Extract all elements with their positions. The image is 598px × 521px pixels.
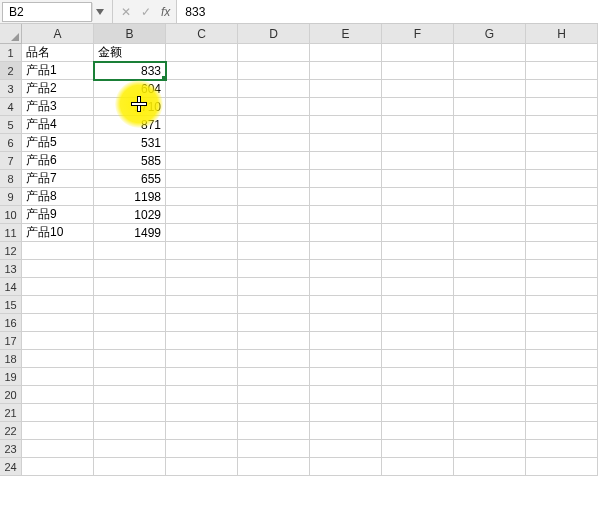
row-header[interactable]: 9 bbox=[0, 188, 22, 206]
row-header[interactable]: 10 bbox=[0, 206, 22, 224]
cell[interactable] bbox=[454, 98, 526, 116]
cell[interactable] bbox=[22, 278, 94, 296]
cell[interactable] bbox=[238, 422, 310, 440]
row-header[interactable]: 17 bbox=[0, 332, 22, 350]
cell[interactable] bbox=[382, 422, 454, 440]
cell[interactable]: 产品10 bbox=[22, 224, 94, 242]
cell[interactable]: 品名 bbox=[22, 44, 94, 62]
cell[interactable] bbox=[382, 134, 454, 152]
cell[interactable] bbox=[526, 224, 598, 242]
cell[interactable]: 871 bbox=[94, 116, 166, 134]
row-header[interactable]: 7 bbox=[0, 152, 22, 170]
cell[interactable] bbox=[166, 242, 238, 260]
cell[interactable] bbox=[310, 188, 382, 206]
cell[interactable] bbox=[238, 332, 310, 350]
row-header[interactable]: 2 bbox=[0, 62, 22, 80]
cell[interactable] bbox=[238, 440, 310, 458]
fill-handle[interactable] bbox=[162, 76, 166, 80]
cell[interactable] bbox=[454, 260, 526, 278]
cell[interactable] bbox=[238, 242, 310, 260]
cell[interactable] bbox=[310, 404, 382, 422]
cell[interactable] bbox=[238, 44, 310, 62]
cell[interactable]: 产品5 bbox=[22, 134, 94, 152]
cell[interactable] bbox=[166, 170, 238, 188]
cell[interactable] bbox=[166, 260, 238, 278]
cell[interactable] bbox=[22, 296, 94, 314]
formula-input[interactable]: 833 bbox=[176, 0, 598, 23]
cell[interactable] bbox=[382, 440, 454, 458]
cell[interactable] bbox=[166, 152, 238, 170]
cell[interactable]: 585 bbox=[94, 152, 166, 170]
cell[interactable] bbox=[166, 62, 238, 80]
cell[interactable] bbox=[238, 62, 310, 80]
cell[interactable] bbox=[22, 440, 94, 458]
cell[interactable] bbox=[526, 260, 598, 278]
cell[interactable] bbox=[454, 458, 526, 476]
cell[interactable] bbox=[382, 152, 454, 170]
cell[interactable] bbox=[382, 206, 454, 224]
row-header[interactable]: 3 bbox=[0, 80, 22, 98]
cell[interactable] bbox=[382, 332, 454, 350]
cell[interactable] bbox=[22, 242, 94, 260]
cell[interactable]: 产品8 bbox=[22, 188, 94, 206]
cell[interactable] bbox=[94, 350, 166, 368]
cell[interactable] bbox=[454, 332, 526, 350]
cell[interactable] bbox=[238, 296, 310, 314]
cell[interactable] bbox=[94, 422, 166, 440]
cell[interactable] bbox=[526, 170, 598, 188]
cell[interactable] bbox=[526, 80, 598, 98]
cell[interactable] bbox=[454, 206, 526, 224]
cell[interactable] bbox=[310, 386, 382, 404]
cell[interactable] bbox=[238, 116, 310, 134]
name-box[interactable]: B2 bbox=[2, 2, 92, 22]
row-header[interactable]: 11 bbox=[0, 224, 22, 242]
cell[interactable] bbox=[238, 458, 310, 476]
row-header[interactable]: 15 bbox=[0, 296, 22, 314]
cell[interactable] bbox=[238, 368, 310, 386]
cell[interactable] bbox=[526, 314, 598, 332]
cell[interactable] bbox=[238, 206, 310, 224]
cell[interactable] bbox=[94, 314, 166, 332]
cell[interactable] bbox=[238, 170, 310, 188]
cell[interactable]: 产品9 bbox=[22, 206, 94, 224]
column-header[interactable]: E bbox=[310, 24, 382, 44]
cell[interactable] bbox=[526, 386, 598, 404]
cell[interactable] bbox=[454, 386, 526, 404]
cell[interactable]: 产品2 bbox=[22, 80, 94, 98]
cell[interactable] bbox=[310, 368, 382, 386]
cell[interactable] bbox=[310, 332, 382, 350]
cell[interactable] bbox=[526, 44, 598, 62]
cell[interactable] bbox=[382, 116, 454, 134]
cell[interactable] bbox=[310, 170, 382, 188]
cell[interactable]: 产品4 bbox=[22, 116, 94, 134]
cell[interactable] bbox=[382, 260, 454, 278]
cell[interactable] bbox=[454, 116, 526, 134]
cell[interactable]: 531 bbox=[94, 134, 166, 152]
cell[interactable] bbox=[454, 422, 526, 440]
cell[interactable]: 产品3 bbox=[22, 98, 94, 116]
cell[interactable] bbox=[310, 134, 382, 152]
cell[interactable] bbox=[382, 170, 454, 188]
cell[interactable]: 1710 bbox=[94, 98, 166, 116]
row-header[interactable]: 4 bbox=[0, 98, 22, 116]
cell[interactable] bbox=[454, 368, 526, 386]
row-header[interactable]: 8 bbox=[0, 170, 22, 188]
cell[interactable] bbox=[22, 386, 94, 404]
row-header[interactable]: 23 bbox=[0, 440, 22, 458]
cell[interactable]: 金额 bbox=[94, 44, 166, 62]
cell[interactable] bbox=[454, 44, 526, 62]
cell[interactable] bbox=[310, 458, 382, 476]
cell[interactable] bbox=[310, 224, 382, 242]
cell[interactable] bbox=[310, 44, 382, 62]
cell[interactable] bbox=[166, 422, 238, 440]
row-header[interactable]: 19 bbox=[0, 368, 22, 386]
cell[interactable] bbox=[310, 260, 382, 278]
cell[interactable] bbox=[166, 350, 238, 368]
row-header[interactable]: 5 bbox=[0, 116, 22, 134]
cell[interactable] bbox=[382, 296, 454, 314]
cell[interactable] bbox=[238, 386, 310, 404]
cell[interactable] bbox=[382, 80, 454, 98]
cell[interactable]: 产品6 bbox=[22, 152, 94, 170]
column-header[interactable]: C bbox=[166, 24, 238, 44]
cell[interactable] bbox=[238, 224, 310, 242]
